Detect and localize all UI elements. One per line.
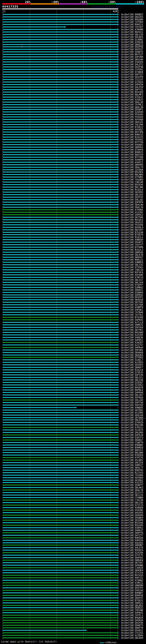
hit-label[interactable]: UniRef100_A1E2V1 — [121, 481, 143, 484]
hit-label[interactable]: UniRef100_Q8L5S5 — [121, 264, 143, 266]
hit-label[interactable]: UniRef100_A7NY14 — [121, 276, 143, 279]
hit-label[interactable]: UniRef100_C1K238 — [121, 499, 143, 502]
hit-label[interactable]: UniRef100_C5XNB0 — [121, 496, 143, 499]
hit-label[interactable]: UniRef100_B7UCA8 — [121, 231, 143, 234]
hit-label[interactable]: UniRef100_B9RN05 — [121, 444, 143, 446]
hit-label[interactable]: UniRef100_Q2Q500 — [121, 111, 143, 113]
hit-label[interactable]: UniRef100_Q9LDR9 — [121, 431, 143, 434]
hit-label[interactable]: UniRef100_B8XXI1 — [121, 449, 143, 452]
hit-label[interactable]: UniRef100_B9HI84 — [121, 537, 143, 539]
hit-label[interactable]: UniRef100_Q76HY7 — [121, 284, 143, 286]
hit-label[interactable]: UniRef100_P93494 — [121, 224, 143, 226]
hit-label[interactable]: UniRef100_A9Y8Q8 — [121, 118, 143, 121]
hit-label[interactable]: UniRef100_A7PDK6 — [121, 208, 143, 211]
hit-label[interactable]: UniRef100_Q84UK5 — [121, 354, 143, 356]
hit-label[interactable]: UniRef100_A6YR66 — [121, 476, 143, 479]
hit-label[interactable]: UniRef100_A2XI84 — [121, 552, 143, 554]
hit-label[interactable]: UniRef100_Q8L5S7 — [121, 279, 143, 281]
hit-label[interactable]: UniRef100_A5JUM3 — [121, 412, 143, 414]
hit-label[interactable]: UniRef100_A9Y8Q6 — [121, 274, 143, 276]
hit-label[interactable]: UniRef100_Q40637 — [121, 529, 143, 532]
hit-label[interactable]: UniRef100_Q9SWY1 — [121, 108, 143, 111]
hit-label[interactable]: UniRef100_A2ZRA4 — [121, 634, 143, 637]
hit-label[interactable]: UniRef100_Q8LKJ8 — [121, 254, 143, 256]
hit-label[interactable]: UniRef100_Q9FY31 — [121, 88, 143, 91]
hit-label[interactable]: UniRef100_Q8L5G5 — [121, 194, 143, 196]
hit-label[interactable]: UniRef100_A2IBX3 — [121, 361, 143, 364]
hit-label[interactable]: UniRef100_A4GV03 — [121, 512, 143, 514]
hit-label[interactable]: UniRef100_C5WXT9 — [121, 441, 143, 444]
hit-label[interactable]: UniRef100_Q84L77 — [121, 466, 143, 469]
hit-label[interactable]: UniRef100_Q6T5H6 — [121, 216, 143, 219]
hit-label[interactable]: UniRef100_Q84L81 — [121, 121, 143, 123]
hit-label[interactable]: UniRef100_Q8RVK6 — [121, 164, 143, 166]
hit-label[interactable]: UniRef100_B9S8Y8 — [121, 386, 143, 389]
hit-label[interactable]: UniRef100_B1Q2L4 — [121, 188, 143, 191]
hit-label[interactable]: UniRef100_B7U8J1 — [121, 126, 143, 128]
hit-label[interactable]: UniRef100_Q56TP6 — [121, 76, 143, 78]
hit-label[interactable]: UniRef100_B9GRV4 — [121, 616, 143, 619]
hit-label[interactable]: UniRef100_Q9ZP36 — [121, 622, 143, 624]
hit-label[interactable]: UniRef100_C5YZS5 — [121, 632, 143, 634]
hit-label[interactable]: UniRef100_Q9LLB3 — [121, 399, 143, 402]
hit-label[interactable]: UniRef100_Q8LKK2 — [121, 604, 143, 607]
hit-label[interactable]: UniRef100_Q4PR39 — [121, 84, 143, 86]
hit-label[interactable]: UniRef100_C6SXR6 — [121, 474, 143, 476]
hit-label[interactable]: UniRef100_Q8W5B0 — [121, 584, 143, 587]
hit-label[interactable]: UniRef100_A5CB02 — [121, 459, 143, 462]
hit-label[interactable]: UniRef100_Q198W2 — [121, 38, 143, 41]
hit-label[interactable]: UniRef100_Q8L5G4 — [121, 281, 143, 284]
hit-label[interactable]: UniRef100_Q6KEZ3 — [121, 44, 143, 46]
hit-label[interactable]: UniRef100_B9HMI8 — [121, 446, 143, 449]
hit-label[interactable]: UniRef100_B9T4C8 — [121, 271, 143, 274]
hit-label[interactable]: UniRef100_Q9FNT0 — [121, 201, 143, 204]
hit-label[interactable]: UniRef100_A5BMT9 — [121, 306, 143, 309]
hit-label[interactable]: UniRef100_Q2Z1Y3 — [121, 492, 143, 494]
hit-label[interactable]: UniRef100_B1A2I4 — [121, 369, 143, 371]
hit-label[interactable]: UniRef100_Q71FJ3 — [121, 504, 143, 506]
hit-label[interactable]: UniRef100_B8XXI2 — [121, 31, 143, 33]
hit-label[interactable]: UniRef100_Q7XWU8 — [121, 71, 143, 73]
hit-label[interactable]: UniRef100_B9RN07 — [121, 592, 143, 594]
hit-label[interactable]: UniRef100_Q3ECF3 — [121, 436, 143, 439]
hit-label[interactable]: UniRef100_Q7XE35 — [121, 371, 143, 374]
hit-label[interactable]: UniRef100_B8Y497 — [121, 229, 143, 231]
hit-label[interactable]: UniRef100_Q84US8 — [121, 298, 143, 301]
hit-label[interactable]: UniRef100_A5BPE2 — [121, 526, 143, 529]
hit-label[interactable]: UniRef100_Q9AYR1 — [121, 556, 143, 559]
hit-label[interactable]: UniRef100_A2YH24 — [121, 81, 143, 84]
hit-label[interactable]: UniRef100_B9IQ53 — [121, 219, 143, 221]
hit-label[interactable]: UniRef100_B9HDI3 — [121, 151, 143, 154]
hit-label[interactable]: UniRef100_A4GWU5 — [121, 144, 143, 146]
hit-label[interactable]: UniRef100_B9RX15 — [121, 134, 143, 136]
hit-label[interactable]: UniRef100_B9T3P8 — [121, 131, 143, 134]
hit-label[interactable]: UniRef100_C0KLG9 — [121, 269, 143, 271]
hit-label[interactable]: UniRef100_Q4PR50 — [121, 619, 143, 622]
hit-label[interactable]: UniRef100_Q4PR43 — [121, 319, 143, 321]
hit-label[interactable]: UniRef100_Q8LG16 — [121, 33, 143, 36]
hit-label[interactable]: UniRef100_C6TDU0 — [121, 168, 143, 171]
hit-label[interactable]: UniRef100_B9GXW9 — [121, 331, 143, 334]
hit-label[interactable]: UniRef100_Q1AEL7 — [121, 359, 143, 361]
hit-label[interactable]: UniRef100_Q9ZP38 — [121, 66, 143, 68]
hit-label[interactable]: UniRef100_B9HTH5 — [121, 469, 143, 472]
hit-label[interactable]: UniRef100_Q4PR44 — [121, 346, 143, 349]
hit-label[interactable]: UniRef100_B8LMF3 — [121, 94, 143, 96]
hit-label[interactable]: UniRef100_Q4TZT7 — [121, 534, 143, 537]
hit-label[interactable]: UniRef100_B6CJW6 — [121, 186, 143, 188]
hit-label[interactable]: UniRef100_Q8LKK0 — [121, 637, 143, 639]
hit-label[interactable]: UniRef100_B2Z3V3 — [121, 472, 143, 474]
hit-label[interactable]: UniRef100_Q7X9Q3 — [121, 356, 143, 359]
hit-label[interactable]: UniRef100_O82625 — [121, 221, 143, 224]
hit-label[interactable]: UniRef100_Q8VWV8 — [121, 351, 143, 354]
hit-label[interactable]: UniRef100_O22874 — [121, 429, 143, 431]
hit-label[interactable]: UniRef100_Q9C554 — [121, 462, 143, 464]
hit-label[interactable]: UniRef100_B1Q2L3 — [121, 248, 143, 251]
hit-label[interactable]: UniRef100_A9Y8Q5 — [121, 396, 143, 399]
hit-label[interactable]: UniRef100_Q60D32 — [121, 606, 143, 609]
hit-label[interactable]: UniRef100_A3A5D7 — [121, 341, 143, 344]
hit-label[interactable]: UniRef100_B6T5Z7 — [121, 53, 143, 56]
hit-label[interactable]: UniRef100_Q9FS30 — [121, 374, 143, 376]
hit-label[interactable]: UniRef100_B7FIR8 — [121, 156, 143, 158]
hit-label[interactable]: UniRef100_C6T361 — [121, 314, 143, 316]
